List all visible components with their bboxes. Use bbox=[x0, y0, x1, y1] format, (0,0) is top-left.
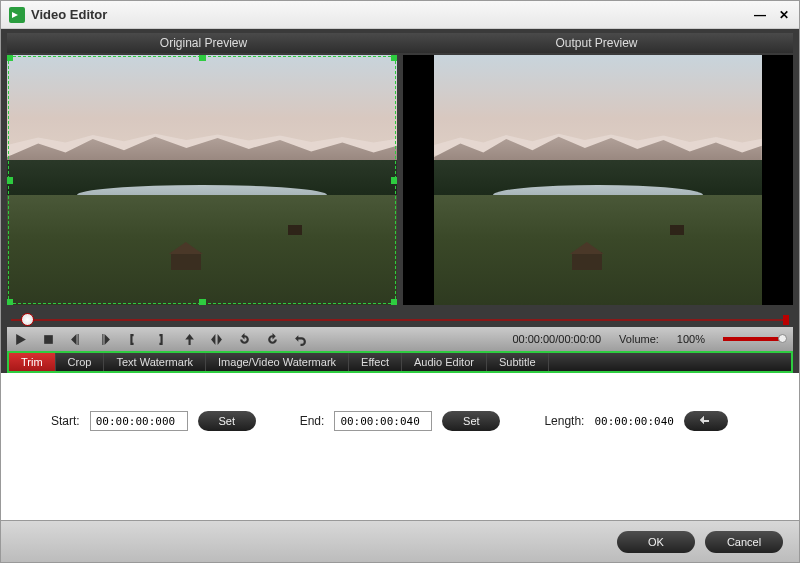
output-preview bbox=[403, 55, 793, 305]
bracket-close-icon[interactable] bbox=[153, 332, 167, 346]
crop-handle-ml[interactable] bbox=[7, 177, 13, 184]
close-button[interactable]: ✕ bbox=[777, 8, 791, 22]
stop-button[interactable] bbox=[41, 332, 55, 346]
crop-handle-bc[interactable] bbox=[199, 299, 206, 305]
volume-slider[interactable] bbox=[723, 337, 783, 341]
bracket-open-icon[interactable] bbox=[125, 332, 139, 346]
dialog-footer: OK Cancel bbox=[1, 520, 799, 562]
length-label: Length: bbox=[544, 414, 584, 428]
flip-horizontal-icon[interactable] bbox=[209, 332, 223, 346]
tab-audio-editor[interactable]: Audio Editor bbox=[402, 353, 487, 371]
app-icon bbox=[9, 7, 25, 23]
minimize-button[interactable]: — bbox=[753, 8, 767, 22]
ok-button[interactable]: OK bbox=[617, 531, 695, 553]
flip-vertical-icon[interactable] bbox=[181, 332, 195, 346]
tab-subtitle[interactable]: Subtitle bbox=[487, 353, 549, 371]
rotate-left-icon[interactable] bbox=[237, 332, 251, 346]
window-title: Video Editor bbox=[31, 7, 753, 22]
step-forward-button[interactable] bbox=[97, 332, 111, 346]
crop-handle-br[interactable] bbox=[391, 299, 397, 305]
crop-handle-tl[interactable] bbox=[7, 55, 13, 61]
tab-image-video-watermark[interactable]: Image/Video Watermark bbox=[206, 353, 349, 371]
timeline-end-marker[interactable] bbox=[783, 315, 789, 325]
crop-handle-tc[interactable] bbox=[199, 55, 206, 61]
timeline-thumb[interactable] bbox=[21, 313, 34, 326]
video-editor-window: Video Editor — ✕ Original Preview Output… bbox=[0, 0, 800, 563]
volume-label: Volume: bbox=[619, 333, 659, 345]
rotate-right-icon[interactable] bbox=[265, 332, 279, 346]
end-set-button[interactable]: Set bbox=[442, 411, 500, 431]
editor-tabs: Trim Crop Text Watermark Image/Video Wat… bbox=[7, 351, 793, 373]
reset-button[interactable] bbox=[684, 411, 728, 431]
tab-text-watermark[interactable]: Text Watermark bbox=[104, 353, 206, 371]
length-value: 00:00:00:040 bbox=[594, 415, 673, 428]
play-button[interactable] bbox=[13, 332, 27, 346]
crop-handle-mr[interactable] bbox=[391, 177, 397, 184]
crop-handle-bl[interactable] bbox=[7, 299, 13, 305]
end-label: End: bbox=[300, 414, 325, 428]
original-preview-header: Original Preview bbox=[7, 33, 400, 53]
editor-content: Original Preview Output Preview bbox=[1, 29, 799, 373]
tab-crop[interactable]: Crop bbox=[56, 353, 105, 371]
start-set-button[interactable]: Set bbox=[198, 411, 256, 431]
output-image bbox=[434, 55, 762, 305]
output-preview-header: Output Preview bbox=[400, 33, 793, 53]
original-preview[interactable] bbox=[7, 55, 397, 305]
titlebar: Video Editor — ✕ bbox=[1, 1, 799, 29]
svg-rect-0 bbox=[44, 335, 53, 344]
start-label: Start: bbox=[51, 414, 80, 428]
timeline[interactable] bbox=[7, 307, 793, 327]
volume-thumb[interactable] bbox=[778, 334, 787, 343]
timeline-track[interactable] bbox=[11, 319, 789, 321]
start-input[interactable] bbox=[90, 411, 188, 431]
crop-frame[interactable] bbox=[8, 56, 396, 304]
crop-handle-tr[interactable] bbox=[391, 55, 397, 61]
tab-effect[interactable]: Effect bbox=[349, 353, 402, 371]
time-display: 00:00:00/00:00:00 bbox=[512, 333, 601, 345]
tab-trim[interactable]: Trim bbox=[9, 353, 56, 371]
trim-panel: Start: Set End: Set Length: 00:00:00:040 bbox=[1, 373, 799, 461]
step-back-button[interactable] bbox=[69, 332, 83, 346]
end-input[interactable] bbox=[334, 411, 432, 431]
playback-controls: 00:00:00/00:00:00 Volume: 100% bbox=[7, 327, 793, 351]
undo-icon[interactable] bbox=[293, 332, 307, 346]
volume-value: 100% bbox=[677, 333, 705, 345]
cancel-button[interactable]: Cancel bbox=[705, 531, 783, 553]
